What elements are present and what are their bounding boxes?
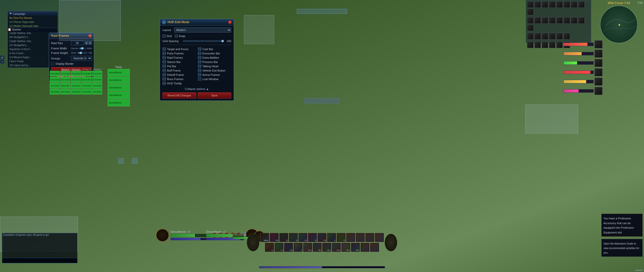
side-icon-2[interactable]: ⚙ [0,60,5,64]
small-button-1[interactable] [118,158,124,164]
raid-size-increase-button[interactable]: ► [89,41,92,45]
frame-height-slider-track[interactable] [77,52,88,54]
top-icon-btn-6[interactable] [564,1,570,8]
hud-layout-select[interactable]: Modern [174,27,231,32]
hud-option-hud-tooltip-checkbox[interactable]: ✓ [163,82,166,85]
ab-extra-9[interactable]: G [337,233,346,242]
top-icon-btn-3[interactable] [542,1,548,8]
top-icon-btn-29[interactable] [556,42,563,48]
center-element-bar[interactable] [304,98,340,103]
top-icon-btn-11[interactable] [534,17,541,24]
ab-4[interactable]: F [294,243,303,252]
groups-select[interactable]: Separate Groups (Vertical) [71,56,92,61]
collapse-options-button[interactable]: Collapse options ▲ [163,87,231,90]
top-icon-btn-17[interactable] [578,17,585,24]
ab-9[interactable]: M-o [341,243,350,252]
top-icon-btn-14[interactable] [556,17,563,24]
frame-width-thumb[interactable] [81,47,84,50]
right-bar-icon-5[interactable] [594,78,602,86]
top-icon-btn-26[interactable] [534,42,541,48]
hud-grid-spacing-thumb[interactable] [221,40,224,42]
ab-extra-10[interactable] [346,233,355,242]
raid-size-decrease-button[interactable]: ◄ [85,41,88,45]
top-icon-btn-13[interactable] [549,17,555,24]
ab-extra-3[interactable]: Q [279,233,288,242]
top-icon-btn-10[interactable] [527,17,534,24]
center-element-selector[interactable] [297,9,347,14]
top-icon-btn-16[interactable] [571,17,577,24]
top-icon-btn-8[interactable] [578,1,585,8]
top-icon-btn-23[interactable] [556,33,563,40]
ab-3[interactable]: i-M [284,243,293,252]
top-icon-btn-7[interactable] [571,1,577,8]
top-icon-btn-12[interactable] [542,17,548,24]
hud-option-talking-head-checkbox[interactable]: ✓ [198,64,201,68]
chat-input-bar[interactable] [2,258,77,263]
raid-size-input[interactable] [71,41,84,45]
hud-option-loot-window-checkbox[interactable] [198,77,201,81]
hud-option-debuff-frame-checkbox[interactable]: ✓ [163,73,166,76]
ab-11[interactable] [360,243,370,252]
hud-option-buff-frame-checkbox[interactable]: ✓ [163,69,166,72]
top-icon-btn-22[interactable] [549,33,555,40]
hud-grid-spacing-slider[interactable] [183,40,223,42]
hud-option-target-focus-checkbox[interactable]: ✓ [163,47,166,51]
hud-option-possess-bar-checkbox[interactable]: ✓ [198,60,201,63]
ab-extra-1[interactable]: Midd. [260,233,269,242]
top-icon-btn-27[interactable] [542,42,548,48]
ab-extra-8[interactable]: F [327,233,336,242]
frame-width-slider-track[interactable] [79,48,86,49]
hud-option-pet-bar-checkbox[interactable]: ✓ [163,64,166,68]
top-icon-btn-19[interactable] [527,33,534,40]
hud-revert-all-button[interactable]: Revert All Changes [163,92,196,98]
frame-height-thumb[interactable] [79,52,82,54]
hud-option-cast-bar-checkbox[interactable]: ✓ [198,47,201,51]
ab-extra-13[interactable] [375,233,384,242]
ab-extra-4[interactable]: E [289,233,298,242]
ab-7[interactable]: M-o [322,243,331,252]
top-icon-btn-9[interactable] [527,9,534,15]
ab-extra-12[interactable] [365,233,374,242]
right-bar-icon-6[interactable] [594,87,602,95]
top-icon-btn-15[interactable] [564,17,570,24]
hud-option-stance-bar-checkbox[interactable]: ✓ [163,60,166,63]
top-icon-btn-2[interactable] [534,1,541,8]
top-icon-btn-24[interactable] [564,33,570,40]
chat-input[interactable] [3,259,76,262]
hud-snap-checkbox[interactable] [175,35,178,38]
hud-option-raid-frames-checkbox[interactable]: ✓ [163,56,166,59]
ab-extra-2[interactable]: i-M [270,233,279,242]
top-icon-btn-20[interactable] [534,33,541,40]
ab-5[interactable]: M-o [303,243,312,252]
right-bar-icon-3[interactable] [594,59,602,67]
side-icon-1[interactable]: 🔊 [0,55,5,59]
ab-10[interactable]: M-o [351,243,360,252]
minimap[interactable] [600,6,638,43]
ab-2[interactable]: i-4 [274,243,284,252]
hud-option-arena-frames-checkbox[interactable]: ✓ [198,73,201,76]
ab-extra-7[interactable]: i-R [317,233,327,242]
ab-6[interactable]: M-i [313,243,322,252]
top-icon-btn-25[interactable] [527,42,534,48]
right-bar-icon-4[interactable] [594,68,602,76]
display-border-checkbox[interactable] [51,62,54,65]
top-icon-btn-21[interactable] [542,33,548,40]
ab-extra-11[interactable] [356,233,365,242]
top-icon-btn-28[interactable] [549,42,555,48]
ab-8[interactable]: M-o [332,243,341,252]
top-icon-btn-1[interactable] [527,1,534,8]
hud-grid-checkbox[interactable] [163,35,166,38]
top-icon-btn-18[interactable] [527,24,534,31]
ab-12[interactable] [370,243,379,252]
top-icon-btn-5[interactable] [556,1,563,8]
ab-extra-6[interactable]: R [308,233,317,242]
ab-extra-5[interactable]: i-E [298,233,307,242]
hud-edit-close-button[interactable]: ✕ [228,20,232,24]
hud-option-vehicle-exit-checkbox[interactable]: ✓ [198,69,201,72]
right-bar-icon-1[interactable] [594,40,602,48]
hud-option-party-frames-checkbox[interactable]: ✓ [163,52,166,55]
ab-1[interactable]: i-1 [265,243,274,252]
small-button-2[interactable] [132,158,138,164]
hud-option-encounter-bar-checkbox[interactable]: ✓ [198,52,201,55]
top-icon-btn-4[interactable] [549,1,555,8]
